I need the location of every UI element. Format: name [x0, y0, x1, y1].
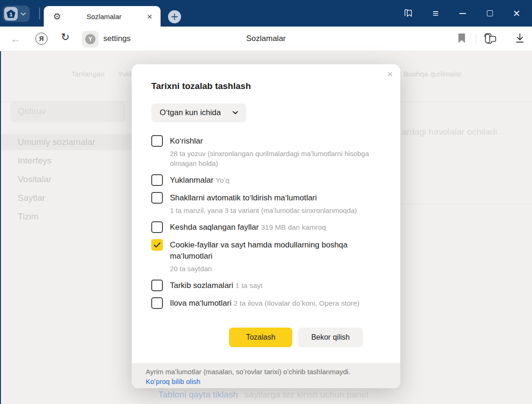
- checkbox-yuklanmalar[interactable]: [151, 174, 163, 186]
- checkbox-cookie-checked[interactable]: [151, 239, 163, 251]
- history-item-tarkib: Tarkib sozlamalari 1 ta sayt: [151, 280, 382, 291]
- sidebar-item-interfeys[interactable]: Interfeys: [18, 156, 52, 166]
- cancel-button[interactable]: Bekor qilish: [298, 328, 363, 347]
- side-panel-icon[interactable]: [404, 8, 414, 19]
- item-label[interactable]: Koʻrishlar: [170, 135, 203, 147]
- item-hint: Yoʻq: [215, 176, 229, 184]
- dialog-title: Tarixni tozalab tashlash: [151, 81, 382, 91]
- checkbox-kesh[interactable]: [151, 221, 163, 233]
- sidebar-item-saytlar[interactable]: Saytlar: [18, 193, 45, 203]
- collections-icon[interactable]: [484, 33, 497, 45]
- gear-icon: ⚙: [53, 11, 61, 22]
- tab-counter-button[interactable]: 1: [3, 6, 30, 22]
- history-item-korishlar: Koʻrishlar 28 ta yozuv (sinxronlangan qu…: [151, 135, 382, 168]
- checkmark-icon: [154, 242, 161, 248]
- dialog-footer: Ayrim maʻlumotlar (masalan, soʻrovlar ta…: [132, 363, 400, 388]
- menu-icon[interactable]: ≡: [431, 8, 441, 19]
- page-divider: [400, 204, 532, 204]
- bg-partial-text: ardagi havolalar ochiladi.: [402, 127, 499, 137]
- bg-tab-tanlangan[interactable]: Tanlangan: [71, 70, 105, 78]
- bg-restore-tableau-link[interactable]: Tabloni qayta tiklash: [158, 390, 238, 399]
- history-item-shakllar: Shakllarni avtomatik toʻldirish maʻlumot…: [151, 192, 382, 215]
- dialog-close-icon[interactable]: ×: [387, 69, 393, 79]
- history-item-kesh: Keshda saqlangan fayllar 319 MB dan kamr…: [151, 221, 382, 233]
- toolbar-divider: [476, 34, 476, 45]
- browser-toolbar: ← Я ↻ Y Sozlamalar settings: [0, 27, 532, 51]
- sidebar-item-vositalar[interactable]: Vositalar: [18, 174, 52, 185]
- tab-count: 1: [7, 10, 15, 18]
- item-hint: 2 ta ilova (Ilovalar doʻkoni, Opera stor…: [234, 299, 360, 307]
- item-label[interactable]: Shakllarni avtomatik toʻldirish maʻlumot…: [170, 192, 317, 204]
- period-dropdown-value: Oʻtgan kun ichida: [160, 108, 221, 117]
- item-hint: 1 ta sayt: [236, 281, 263, 289]
- item-subtext: 1 ta manzil, yana 3 ta variant (maʻlumot…: [170, 205, 373, 215]
- tab-close-icon[interactable]: ×: [147, 12, 152, 21]
- item-label[interactable]: Keshda saqlangan fayllar 319 MB dan kamr…: [170, 221, 326, 233]
- new-tab-button[interactable]: [168, 10, 181, 23]
- bg-tab-yuklanmalar[interactable]: Yukl: [118, 70, 131, 78]
- download-icon[interactable]: [515, 33, 525, 44]
- history-item-cookie: Cookie-fayllar va sayt hamda modullarnin…: [151, 239, 382, 274]
- search-placeholder: Qidiruv: [18, 106, 46, 116]
- window-close-icon[interactable]: ✕: [512, 8, 522, 19]
- sidebar-item-tizim[interactable]: Tizim: [18, 212, 39, 222]
- clear-button[interactable]: Tozalash: [229, 328, 292, 347]
- tab-count-badge: 1: [4, 7, 18, 21]
- search-input[interactable]: Qidiruv: [10, 101, 126, 122]
- checkbox-korishlar[interactable]: [151, 135, 163, 147]
- titlebar-divider: [39, 7, 40, 20]
- bg-bottom-caption: saytlarga tez kirish uchun panel: [244, 390, 368, 399]
- chevron-down-icon: [233, 111, 238, 115]
- omnibox-page-title: Sozlamalar: [0, 34, 532, 43]
- titlebar: 1 ⚙ Sozlamalar × ≡ ✕: [0, 0, 532, 27]
- history-item-ilova: Ilova maʻlumotlari 2 ta ilova (Ilovalar …: [151, 297, 382, 309]
- minimize-icon[interactable]: [458, 8, 468, 19]
- checkbox-tarkib[interactable]: [151, 280, 163, 291]
- bookmark-icon[interactable]: [458, 34, 465, 43]
- period-dropdown[interactable]: Oʻtgan kun ichida: [151, 103, 246, 122]
- sidebar-item-umumiy[interactable]: Umumiy sozlamalar: [18, 137, 95, 147]
- item-label[interactable]: Ilova maʻlumotlari 2 ta ilova (Ilovalar …: [170, 297, 360, 309]
- window-left-border: [0, 51, 1, 404]
- item-label[interactable]: Tarkib sozlamalari 1 ta sayt: [170, 280, 263, 291]
- item-hint: 319 MB dan kamroq: [261, 223, 326, 231]
- chevron-down-icon[interactable]: [20, 12, 26, 16]
- footer-note: Ayrim maʻlumotlar (masalan, soʻrovlar ta…: [146, 367, 400, 377]
- checkbox-shakllar[interactable]: [151, 192, 163, 204]
- clear-history-dialog: × Tarixni tozalab tashlash Oʻtgan kun ic…: [132, 64, 400, 388]
- tab-title: Sozlamalar: [61, 13, 147, 21]
- item-subtext: 28 ta yozuv (sinxronlangan qurilmalardag…: [170, 149, 373, 168]
- tab-sozlamalar[interactable]: ⚙ Sozlamalar ×: [44, 6, 161, 27]
- learn-more-link[interactable]: Koʻproq bilib olish: [146, 377, 201, 385]
- item-label[interactable]: Cookie-fayllar va sayt hamda modullarnin…: [170, 239, 382, 262]
- item-label[interactable]: Yuklanmalar Yoʻq: [170, 174, 229, 186]
- maximize-icon[interactable]: [485, 8, 495, 19]
- url-text[interactable]: settings: [103, 34, 131, 43]
- bg-tab-boshqa-qurilmalar[interactable]: Boshqa qurilmalar: [404, 70, 462, 78]
- checkbox-ilova[interactable]: [151, 297, 163, 309]
- item-subtext: 20 ta saytdan: [170, 264, 373, 274]
- history-item-yuklanmalar: Yuklanmalar Yoʻq: [151, 174, 382, 186]
